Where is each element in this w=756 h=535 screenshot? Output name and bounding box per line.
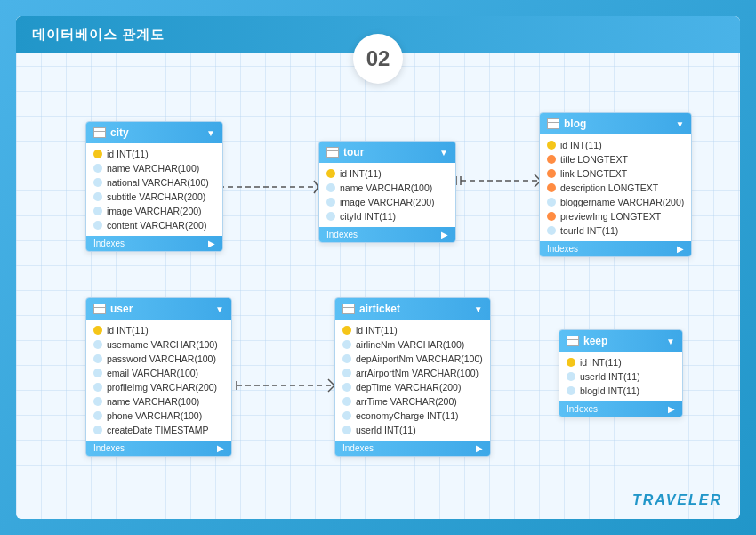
field-text: national VARCHAR(100) [107,177,209,188]
db-field: blogId INT(11) [559,384,682,398]
footer-label: Indexes [93,239,125,248]
page-container: 데이터베이스 관계도 02 [0,0,756,535]
dropdown-arrow: ▼ [215,304,224,314]
field-text: email VARCHAR(100) [107,368,198,378]
footer-label: Indexes [326,230,358,239]
footer-label: Indexes [93,443,125,453]
plain-icon [93,354,102,363]
table-blog-footer: Indexes ▶ [540,241,691,256]
db-field: name VARCHAR(100) [86,394,231,409]
field-text: profileImg VARCHAR(200) [107,382,217,393]
plain-icon [93,207,102,215]
db-field: previewImg LONGTEXT [540,209,691,223]
db-field: id INT(11) [335,323,490,337]
field-text: password VARCHAR(100) [107,353,216,364]
table-tour-body: id INT(11) name VARCHAR(100) image VARCH… [319,163,455,227]
plain-icon [567,372,575,381]
plain-icon [93,383,102,392]
field-text: link LONGTEXT [560,168,627,179]
table-tour: tour ▼ id INT(11) name VARCHAR(100) imag… [318,141,456,243]
plain-icon [342,369,351,377]
table-keep-body: id INT(11) userId INT(11) blogId INT(11) [559,352,682,401]
table-user: user ▼ id INT(11) username VARCHAR(100) … [85,297,232,457]
db-field: description LONGTEXT [540,181,691,195]
field-text: id INT(11) [560,140,602,150]
field-text: name VARCHAR(100) [107,163,199,174]
db-field: phone VARCHAR(100) [86,409,231,423]
table-user-footer: Indexes ▶ [86,441,231,456]
plain-icon [547,226,556,235]
field-text: content VARCHAR(200) [107,220,206,231]
db-field: email VARCHAR(100) [86,366,231,380]
table-city-name: city [110,126,129,139]
plain-icon [326,198,335,207]
table-airticket-body: id INT(11) airlineNm VARCHAR(100) depAir… [335,320,490,441]
field-text: id INT(11) [107,325,149,336]
table-tour-name: tour [343,146,364,158]
table-airticket-header: airticket ▼ [335,298,490,320]
field-text: username VARCHAR(100) [107,339,218,350]
footer-arrow: ▶ [441,230,448,239]
plain-icon [93,340,102,349]
table-city-footer: Indexes ▶ [86,236,222,251]
field-text: previewImg LONGTEXT [560,211,661,222]
table-tour-footer: Indexes ▶ [319,227,455,242]
table-airticket-name: airticket [359,303,400,315]
plain-icon [342,354,351,363]
field-text: userId INT(11) [356,425,416,435]
brand-watermark: TRAVELER [632,492,722,508]
field-text: subtitle VARCHAR(200) [107,191,205,202]
field-text: airlineNm VARCHAR(100) [356,339,464,350]
table-airticket-footer: Indexes ▶ [335,441,490,456]
dropdown-arrow: ▼ [474,304,483,314]
table-user-header: user ▼ [86,298,231,320]
footer-label: Indexes [342,443,374,453]
plain-icon [93,192,102,201]
table-city-header: city ▼ [86,122,222,143]
db-field: userId INT(11) [559,369,682,384]
table-keep-header: keep ▼ [559,330,682,352]
plain-icon [342,340,351,349]
db-field: national VARCHAR(100) [86,175,222,190]
table-city-body: id INT(11) name VARCHAR(100) national VA… [86,143,222,236]
field-text: id INT(11) [580,357,622,368]
db-field: name VARCHAR(100) [86,161,222,175]
plain-icon [93,178,102,187]
plain-icon [93,426,102,434]
field-text: image VARCHAR(200) [107,206,202,216]
link-icon [547,155,556,164]
page-title: 데이터베이스 관계도 [32,27,165,44]
field-text: blogId INT(11) [580,385,639,396]
field-text: image VARCHAR(200) [340,197,435,207]
link-icon [547,212,556,221]
db-field: id INT(11) [540,138,691,152]
db-field: depTime VARCHAR(200) [335,380,490,394]
plain-icon [93,164,102,173]
plain-icon [547,198,556,207]
db-field: economyCharge INT(11) [335,409,490,423]
table-user-body: id INT(11) username VARCHAR(100) passwor… [86,320,231,441]
db-field: profileImg VARCHAR(200) [86,380,231,394]
plain-icon [93,369,102,377]
field-text: phone VARCHAR(100) [107,410,202,421]
field-text: arrTime VARCHAR(200) [356,396,457,407]
field-text: id INT(11) [340,168,382,179]
db-field: cityId INT(11) [319,209,455,223]
key-icon [93,326,102,335]
footer-arrow: ▶ [476,443,483,453]
footer-arrow: ▶ [208,239,215,248]
db-field: title LONGTEXT [540,152,691,166]
field-text: economyCharge INT(11) [356,410,459,421]
db-field: bloggername VARCHAR(200) [540,195,691,209]
key-icon [326,169,335,178]
plain-icon [93,411,102,420]
field-text: depAirportNm VARCHAR(100) [356,353,483,364]
field-text: title LONGTEXT [560,154,628,165]
field-text: id INT(11) [356,325,398,336]
db-field: depAirportNm VARCHAR(100) [335,352,490,366]
key-icon [342,326,351,335]
field-text: depTime VARCHAR(200) [356,382,461,393]
slide-number: 02 [353,34,403,84]
table-icon [547,118,559,129]
table-city: city ▼ id INT(11) name VARCHAR(100) nati… [85,121,223,252]
